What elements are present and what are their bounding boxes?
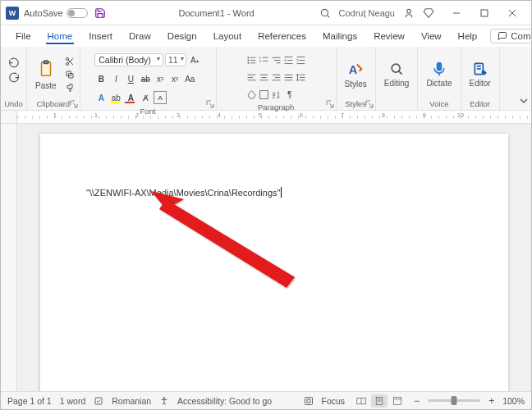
tab-references[interactable]: References <box>251 28 313 44</box>
tab-help[interactable]: Help <box>452 28 484 44</box>
highlight-button[interactable]: ab <box>109 91 122 104</box>
copy-icon[interactable] <box>65 70 75 80</box>
close-button[interactable] <box>498 2 526 25</box>
page[interactable]: "\\ZENWIFI-AX\Media\Movies\Crina\Recordi… <box>40 134 508 391</box>
format-painter-icon[interactable] <box>65 83 75 93</box>
dialog-launcher-icon[interactable] <box>365 100 374 108</box>
username[interactable]: Codruț Neagu <box>339 8 396 18</box>
paste-button[interactable]: Paste <box>32 57 60 92</box>
zoom-level[interactable]: 100% <box>502 396 525 406</box>
spellcheck-icon[interactable] <box>94 396 103 406</box>
minimize-button[interactable] <box>443 2 470 25</box>
maximize-button[interactable] <box>470 2 498 25</box>
font-name-select[interactable]: Calibri (Body) <box>94 53 163 66</box>
tab-layout[interactable]: Layout <box>207 28 249 44</box>
font-size-select[interactable]: 11 <box>165 53 186 66</box>
text-effects-button[interactable]: A <box>94 91 108 104</box>
editing-button[interactable]: Editing <box>381 59 413 89</box>
justify-icon[interactable] <box>283 72 294 83</box>
tab-file[interactable]: File <box>9 28 38 44</box>
user-avatar-icon[interactable] <box>403 7 415 19</box>
search-icon[interactable] <box>319 7 331 19</box>
word-count[interactable]: 1 word <box>60 396 86 406</box>
undo-icon[interactable] <box>8 57 20 68</box>
page-status[interactable]: Page 1 of 1 <box>7 396 52 406</box>
align-center-icon[interactable] <box>259 72 269 83</box>
multilevel-list-icon[interactable] <box>271 55 282 66</box>
sort-icon[interactable]: AZ <box>271 89 282 100</box>
horizontal-ruler[interactable]: 112345678910 <box>1 111 531 124</box>
tab-review[interactable]: Review <box>367 28 411 44</box>
svg-text:2: 2 <box>259 58 261 62</box>
italic-button[interactable]: I <box>109 72 122 85</box>
line-spacing-icon[interactable] <box>296 72 306 83</box>
tab-mailings[interactable]: Mailings <box>316 28 364 44</box>
tab-view[interactable]: View <box>415 28 448 44</box>
tab-insert[interactable]: Insert <box>82 28 119 44</box>
language-status[interactable]: Romanian <box>112 396 151 406</box>
align-left-icon[interactable] <box>246 72 257 83</box>
svg-rect-66 <box>305 397 312 404</box>
bold-button[interactable]: B <box>94 72 108 85</box>
focus-mode-icon[interactable] <box>304 396 314 406</box>
superscript-button[interactable]: x2 <box>168 72 181 85</box>
align-right-icon[interactable] <box>271 72 282 83</box>
comments-button[interactable]: Comments ⌵ <box>490 29 532 43</box>
styles-button[interactable]: A Styles <box>342 58 370 90</box>
font-color-button[interactable]: A <box>124 91 137 104</box>
tab-home[interactable]: Home <box>41 28 80 44</box>
editing-label: Editing <box>384 79 410 88</box>
diamond-icon[interactable] <box>423 7 434 19</box>
increase-indent-icon[interactable] <box>296 55 306 66</box>
strikethrough-button[interactable]: ab <box>139 72 152 85</box>
dialog-launcher-icon[interactable] <box>206 100 214 108</box>
svg-rect-9 <box>44 61 48 64</box>
change-case-button[interactable]: Aa <box>183 72 196 85</box>
dialog-launcher-icon[interactable] <box>70 100 78 108</box>
annotation-arrow-icon <box>151 191 299 289</box>
dialog-launcher-icon[interactable] <box>326 100 334 108</box>
paste-label: Paste <box>35 81 57 90</box>
dictate-button[interactable]: Dictate <box>423 59 455 89</box>
editor-button[interactable]: Editor <box>466 59 494 89</box>
underline-button[interactable]: U <box>124 72 137 85</box>
autosave-label: AutoSave <box>24 8 63 18</box>
tab-design[interactable]: Design <box>161 28 204 44</box>
title-bar: W AutoSave Document1 - Word Codruț Neagu <box>1 1 531 25</box>
bullets-icon[interactable] <box>246 55 257 66</box>
redo-icon[interactable] <box>8 71 20 83</box>
zoom-in-button[interactable]: + <box>488 395 494 407</box>
save-icon[interactable] <box>94 7 106 19</box>
web-layout-icon[interactable] <box>389 394 406 408</box>
svg-rect-73 <box>394 397 401 404</box>
numbering-icon[interactable]: 12 <box>259 55 269 66</box>
autosave-toggle[interactable]: AutoSave <box>24 8 88 18</box>
shading-icon[interactable] <box>246 89 257 100</box>
accessibility-icon[interactable] <box>159 396 169 406</box>
zoom-slider[interactable] <box>428 399 480 402</box>
document-area: "\\ZENWIFI-AX\Media\Movies\Crina\Recordi… <box>1 124 531 391</box>
subscript-button[interactable]: x2 <box>154 72 167 85</box>
show-hide-marks-button[interactable]: ¶ <box>283 88 296 101</box>
tab-draw[interactable]: Draw <box>122 28 158 44</box>
svg-marker-63 <box>159 199 295 288</box>
svg-point-18 <box>247 61 249 63</box>
zoom-out-button[interactable]: − <box>414 395 420 407</box>
print-layout-icon[interactable] <box>371 394 388 408</box>
svg-line-1 <box>327 15 329 17</box>
vertical-ruler[interactable] <box>1 124 17 391</box>
read-mode-icon[interactable] <box>353 394 369 408</box>
decrease-indent-icon[interactable] <box>283 55 294 66</box>
cut-icon[interactable] <box>65 57 75 66</box>
undo-group-label: Undo <box>4 99 23 108</box>
document-text[interactable]: "\\ZENWIFI-AX\Media\Movies\Crina\Recordi… <box>86 188 280 198</box>
styles-label: Styles <box>345 80 367 89</box>
borders-icon[interactable] <box>259 89 269 100</box>
clear-formatting-button[interactable]: A̸ <box>139 91 152 104</box>
focus-label[interactable]: Focus <box>322 396 346 406</box>
accessibility-status[interactable]: Accessibility: Good to go <box>177 396 272 406</box>
character-border-button[interactable]: A <box>154 91 167 104</box>
increase-font-icon[interactable]: A▴ <box>188 53 201 66</box>
collapse-ribbon-icon[interactable] <box>520 97 528 107</box>
toggle-icon[interactable] <box>66 8 88 18</box>
